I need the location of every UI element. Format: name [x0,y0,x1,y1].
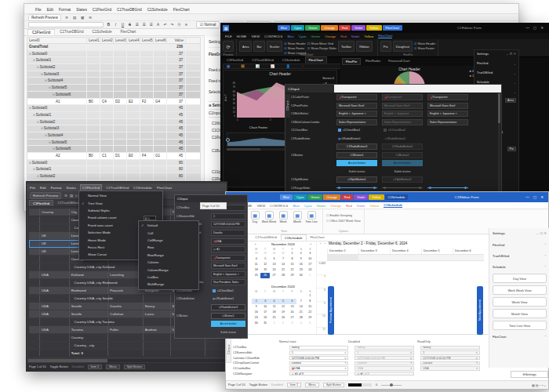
format-icon[interactable]: ☰ [141,22,147,27]
toolbar-icon[interactable]: ⟳ [64,194,67,198]
window-control-icon[interactable]: ▢ [533,195,536,199]
previous-appointment-tag[interactable]: Previous Appointment [328,286,334,335]
document-tab[interactable]: C1FlexGrid [29,200,53,206]
menu-item[interactable]: States [76,8,87,12]
calendar-day[interactable]: 28 [252,251,260,256]
theme-pill-button[interactable]: Red [339,25,351,31]
format-icon[interactable]: B [106,22,111,27]
refresh-button[interactable]: ⟳ [223,41,234,52]
ribbon-tab[interactable]: CONTROLS [270,204,288,208]
format-icon[interactable]: S [127,22,133,27]
view-button[interactable]: ▦ Week [277,211,289,228]
menu-item[interactable]: States [67,186,76,190]
document-tab[interactable]: FlexChart [116,29,140,35]
theme-pill-button[interactable]: Cyan [291,25,304,31]
calendar-day[interactable]: 21 [278,267,287,273]
control-value[interactable]: Transparent [211,255,245,261]
theme-pill-button[interactable]: Orange [323,194,340,200]
theme-pill-button[interactable]: Yellow [366,25,381,31]
menu-item[interactable]: C1FlexGrid [81,185,101,191]
ribbon-tab[interactable]: Yellow [364,34,373,38]
grid-column-header[interactable]: Level3 [114,38,127,43]
control-readonly[interactable]: English × Japanese × [427,111,468,117]
ribbon-tab[interactable]: Orange [325,34,336,38]
next-month-icon[interactable]: › [311,242,311,246]
calendar-day[interactable]: 20 [270,267,278,273]
window-control-icon[interactable]: ▢ [533,26,536,30]
calendar-day[interactable]: 20 [288,310,296,315]
statusbar-item[interactable]: Page 1 of 10 [29,365,46,368]
document-tab[interactable]: FlexChart [307,234,328,241]
theme-pill-button[interactable]: Green [307,194,322,200]
window-control-icon[interactable]: — [525,26,529,30]
calendar-day[interactable]: 29 [306,315,314,321]
format-icon[interactable]: ✕ [184,22,189,27]
control-readonly[interactable]: Nancy [420,346,480,350]
table-row[interactable]: A1 B0 C4 D2 E2 F2 G4 37 [27,99,200,106]
chart-type-button[interactable]: Area [239,41,252,52]
calendar-day[interactable]: 25 [270,315,278,321]
calendar-day[interactable] [278,293,287,299]
grid-column-header[interactable]: Level0 [27,38,87,43]
control-normal[interactable]: Subtle button [336,169,377,175]
calendar-day[interactable]: 17 [260,310,269,315]
checkbox[interactable]: Show Range Slider [307,46,336,50]
checkbox[interactable]: Show Header [284,42,306,45]
ribbon-tab[interactable]: VIEW [251,34,260,38]
calendar-day[interactable]: 19 [278,310,287,315]
submenu-item[interactable]: Column [139,259,198,266]
grid-column-header[interactable]: Level6 [154,38,167,43]
statusbar-item[interactable]: Page 1 of 10 [228,383,245,387]
ribbon-tab[interactable]: Red [340,34,347,38]
calendar-day[interactable]: 23 [252,315,260,321]
calendar-day[interactable] [260,293,269,299]
settings-item[interactable]: TrueDBGrid [477,69,516,77]
checkbox[interactable]: Show Minor Grid [307,42,336,45]
grid-column-header[interactable]: Level1 [87,38,100,43]
prev-week-icon[interactable]: ‹ [320,241,321,245]
day-column-header[interactable]: December 6 [453,249,484,254]
calendar-day[interactable]: 22 [288,267,296,273]
all-day-row[interactable] [327,255,484,261]
table-row[interactable]: Subtotal1 80 [27,166,200,173]
ribbon-tab[interactable]: Cyan [304,204,312,208]
control-normal[interactable]: C1RadioButton3 [336,143,377,150]
calendar-day[interactable]: 24 [306,267,314,273]
calendar-day[interactable]: 1 [306,293,314,299]
calendar-day[interactable]: 1 [270,321,278,326]
calendar-day[interactable]: 28 [296,315,305,321]
table-row[interactable]: Subtotal0 80 [27,160,200,167]
panel-control-icons[interactable]: ⌄ ⊡ ✕ [506,52,516,56]
checkbox[interactable]: Show Footer [414,46,435,50]
control-value[interactable]: English × Japanese × [211,271,245,278]
calendar-day[interactable]: 2 [278,321,287,326]
document-tab[interactable]: C1Schedule [278,56,304,64]
control-value[interactable]: Vice President, Sales [211,279,245,285]
toolbar-icon[interactable]: ▦ [80,15,85,20]
statusbar-item[interactable]: Menu [106,365,120,369]
calendar-day[interactable] [288,293,296,299]
ribbon-tab[interactable]: HOME [237,34,247,38]
toolbar-mode-button[interactable]: Ribbon [356,41,373,52]
ribbon-tab[interactable]: Orange [330,204,341,208]
calendar-day[interactable]: 5 [306,321,314,326]
statusbar-item[interactable]: Split Button [124,365,145,369]
calendar-day[interactable]: 7 [278,256,287,262]
document-tab[interactable]: C1Schedule [88,29,115,35]
font-combo[interactable] [28,22,104,27]
submenu-item[interactable]: RowRange [139,252,198,259]
control-value[interactable]: 1 [211,246,245,252]
control-normal[interactable]: c1RadioButton1 [336,136,377,142]
calendar-day[interactable]: 1 [306,273,314,278]
theme-pill-button[interactable]: Blue [278,25,290,31]
settings-item[interactable]: Time Line View [493,321,547,330]
calendar-day[interactable]: 16 [296,262,305,267]
calendar-day[interactable]: 31 [278,251,287,256]
calendar-day[interactable]: 22 [306,310,314,315]
table-row[interactable]: Total: 9 [29,350,226,357]
control-normal[interactable]: Davolio [289,361,349,366]
menu-item[interactable]: C1Schedule [147,8,168,12]
control-normal[interactable]: Accent button [336,160,377,166]
pie-type-button[interactable]: Doughnut [393,41,413,52]
control-readonly[interactable]: Microsoft Sans Serif [427,103,468,109]
